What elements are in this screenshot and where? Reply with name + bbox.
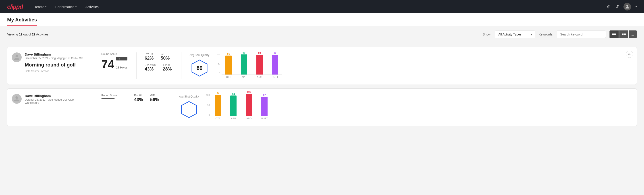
- y-label-0: 0: [215, 72, 220, 75]
- nav-activities-label: Activities: [86, 5, 99, 9]
- score-details: +4 18 Holes: [116, 57, 128, 70]
- data-source: Data Source: Arccos: [25, 70, 83, 73]
- stat-one-putt-value: 28%: [163, 66, 172, 72]
- hexagon-wrapper: 89: [190, 58, 210, 78]
- activity-type-select[interactable]: All Activity Types: [495, 30, 535, 38]
- x-label-putt: PUTT: [258, 117, 272, 120]
- y-label-100: 100: [215, 52, 220, 55]
- stat-updown-label: Up/Down: [144, 63, 156, 66]
- divider: [92, 52, 92, 79]
- view-toggle: ■■ ■■ ☰: [610, 30, 637, 38]
- avatar: [12, 52, 22, 62]
- nav-teams-label: Teams: [34, 5, 44, 9]
- svg-marker-1: [182, 102, 196, 118]
- stats-section: FW Hit 62% GIR 50% Up/Down 43% 1 Putt 28…: [141, 52, 177, 74]
- activity-type-select-wrapper: All Activity Types: [495, 30, 535, 38]
- score-row: 74 +4 18 Holes: [101, 57, 128, 70]
- stat-fw-hit: FW Hit 62%: [144, 52, 154, 61]
- score-value: 74: [101, 58, 114, 70]
- bar-app: [241, 54, 247, 74]
- search-input[interactable]: [557, 30, 606, 38]
- y-label-50: 50: [215, 62, 220, 65]
- holes-text: 18 Holes: [116, 66, 128, 69]
- x-label-putt: PUTT: [268, 76, 282, 78]
- stat-fw-hit-value: 62%: [144, 56, 154, 61]
- page-title: My Activities: [7, 17, 37, 26]
- stat-gir-value: 56%: [150, 97, 159, 102]
- score-badge: +4: [116, 57, 128, 60]
- y-label-0: 0: [204, 114, 210, 116]
- nav-performance-label: Performance: [55, 5, 74, 9]
- stat-updown-value: 43%: [144, 66, 156, 72]
- hexagon: [180, 100, 198, 118]
- activity-title: Morning round of golf: [25, 62, 83, 68]
- activity-card: Dave Billingham October 16, 2021 - Gog M…: [7, 88, 637, 126]
- y-label-100: 100: [204, 94, 210, 96]
- card-left: Dave Billingham October 16, 2021 - Gog M…: [12, 94, 88, 104]
- stat-gir: GIR 50%: [161, 52, 170, 61]
- list-view-button[interactable]: ■■: [610, 30, 618, 38]
- grid-view-button[interactable]: ■■: [619, 30, 628, 38]
- stat-row-top: FW Hit 62% GIR 50%: [144, 52, 173, 61]
- add-icon[interactable]: ⊕: [607, 4, 611, 9]
- card-left: Dave Billingham December 05, 2021 - Gog …: [12, 52, 88, 73]
- nav-icons: ⊕ ↺ ▾: [607, 3, 637, 10]
- stat-row-bottom: Up/Down 43% 1 Putt 28%: [144, 63, 173, 72]
- score-placeholder: [101, 98, 115, 99]
- nav-activities[interactable]: Activities: [84, 5, 100, 9]
- activity-card: ✏ Dave Billingham December 05, 2021 - Go…: [7, 47, 637, 85]
- refresh-icon[interactable]: ↺: [615, 4, 619, 9]
- round-score-label: Round Score: [101, 52, 128, 56]
- chevron-down-icon: ▾: [45, 6, 46, 8]
- hexagon-wrapper: [179, 100, 199, 120]
- nav-performance[interactable]: Performance ▾: [54, 5, 78, 9]
- x-label-arg: ARG: [252, 76, 266, 78]
- chevron-down-icon[interactable]: ▾: [636, 5, 637, 8]
- stat-gir-label: GIR: [150, 94, 159, 97]
- viewing-number: 12: [19, 32, 22, 36]
- quality-section: Avg Shot Quality 100 50 0: [176, 94, 275, 121]
- bar-arg: [246, 94, 252, 116]
- viewing-total: 29: [32, 32, 36, 36]
- stat-fw-hit: FW Hit 43%: [134, 94, 143, 102]
- stat-updown: Up/Down 43%: [144, 63, 156, 72]
- divider: [181, 52, 182, 79]
- logo[interactable]: clippd: [7, 3, 23, 10]
- edit-button[interactable]: ✏: [626, 51, 633, 58]
- keywords-label: Keywords:: [539, 32, 553, 36]
- stat-gir: GIR 56%: [150, 94, 159, 102]
- quality-left: Avg Shot Quality: [179, 95, 199, 120]
- bar-ott-value: 94: [217, 92, 219, 94]
- quality-label: Avg Shot Quality: [179, 95, 199, 98]
- round-score-label: Round Score: [101, 94, 117, 97]
- stat-gir-value: 50%: [161, 56, 170, 61]
- nav-teams[interactable]: Teams ▾: [34, 5, 47, 9]
- stat-one-putt-label: 1 Putt: [163, 63, 172, 66]
- bar-chart: 100 50 0 94 92 106: [204, 94, 271, 121]
- user-date: December 05, 2021 - Gog Magog Golf Club …: [25, 57, 83, 60]
- stat-gir-label: GIR: [161, 52, 170, 56]
- bar-arg-value: 106: [247, 90, 251, 93]
- user-avatar[interactable]: [624, 3, 631, 10]
- x-label-arg: ARG: [242, 117, 256, 120]
- stat-fw-hit-label: FW Hit: [134, 94, 143, 97]
- divider: [126, 94, 126, 121]
- filter-bar: Viewing 12 out of 29 Activities Show: Al…: [0, 26, 644, 42]
- user-date: October 16, 2021 - Gog Magog Golf Club -…: [25, 98, 88, 104]
- bar-app: [230, 96, 236, 116]
- show-label: Show:: [483, 32, 491, 36]
- stat-row-top: FW Hit 43% GIR 56%: [134, 94, 163, 102]
- navbar: clippd Teams ▾ Performance ▾ Activities …: [0, 0, 644, 14]
- viewing-count: Viewing 12 out of 29 Activities: [7, 32, 479, 36]
- bar-app-value: 90: [242, 51, 245, 54]
- viewing-unit: Activities: [36, 32, 48, 36]
- avatar: [12, 94, 22, 104]
- bar-app-value: 92: [232, 92, 235, 95]
- stat-one-putt: 1 Putt 28%: [163, 63, 172, 72]
- compact-view-button[interactable]: ☰: [629, 30, 637, 38]
- divider: [171, 94, 171, 121]
- stat-fw-hit-value: 43%: [134, 97, 143, 102]
- bar-chart: 100 50 0 85 90: [215, 52, 282, 79]
- y-label-50: 50: [204, 104, 210, 106]
- bar-ott: [226, 56, 232, 74]
